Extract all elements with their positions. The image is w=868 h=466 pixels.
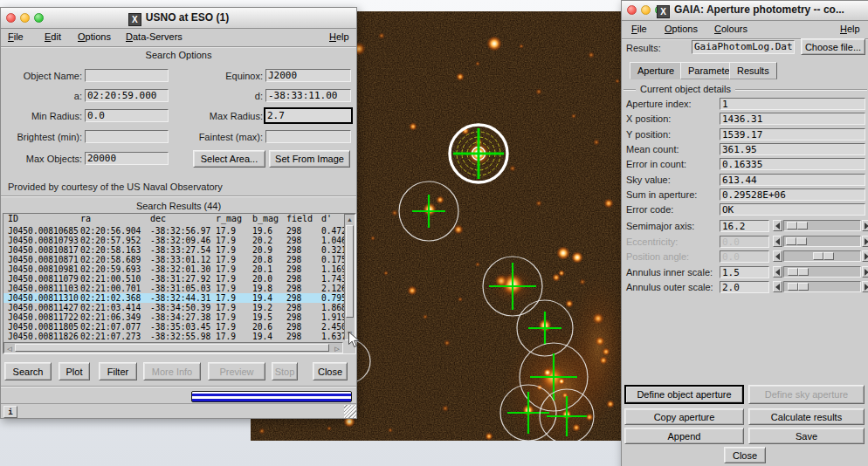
filter-button[interactable]: Filter [99,362,137,380]
aperture-marker[interactable] [500,385,556,441]
detail-value-error-in-count[interactable]: 0.16335 [720,158,865,170]
slider-left-arrow-icon[interactable] [773,281,782,292]
menu-edit[interactable]: Edit [45,31,61,42]
detail-value-y-position[interactable]: 1539.17 [720,128,865,140]
append-button[interactable]: Append [624,428,744,444]
slider-right-arrow-icon[interactable] [862,281,868,292]
horizontal-scrollbar[interactable]: ◁▷ [3,342,343,353]
detail-value-sum-in-aperture[interactable]: 0.29528E+06 [720,188,865,201]
slider-right-arrow-icon[interactable] [862,236,868,247]
column-header-id[interactable]: ID [8,214,18,223]
detail-value-error-code[interactable]: OK [720,203,865,216]
slider-left-arrow-icon[interactable] [773,250,782,262]
tab-results[interactable]: Results [729,62,777,79]
menu-help[interactable]: Help [329,31,349,42]
table-row[interactable]: J0450.0081172202:21:06.349-38:34:27.3817… [3,312,343,322]
field-input-min-radius[interactable]: 0.0 [85,109,169,122]
slider-right-arrow-icon[interactable] [862,220,868,231]
select-area-button[interactable]: Select Area... [193,150,265,168]
table-row[interactable]: J0450.0081110302:21:00.701-38:31:05.0317… [3,284,343,293]
save-button[interactable]: Save [748,428,865,444]
slider-value-annulus-outer-scale[interactable]: 2.0 [720,281,769,293]
plot-button[interactable]: Plot [59,362,90,380]
menu-file[interactable]: File [8,31,24,42]
field-input-faintest-max[interactable] [265,130,351,143]
scroll-left-icon[interactable]: ◁ [6,346,13,353]
slider-thumb[interactable] [788,268,809,276]
scroll-right-icon[interactable]: ▷ [334,346,341,353]
table-row[interactable]: J0450.0081087102:20:58.689-38:33:01.1217… [3,255,343,264]
usno-titlebar[interactable]: XUSNO at ESO (1) [1,8,356,29]
table-row[interactable]: J0450.0081131002:21:02.368-38:32:44.3117… [3,293,343,303]
field-input-max-radius[interactable]: 2.7 [264,107,353,124]
column-header-r-mag[interactable]: r_mag [216,214,242,223]
field-input-max-objects[interactable]: 20000 [85,152,169,165]
slider-left-arrow-icon[interactable] [773,266,782,278]
detail-value-x-position[interactable]: 1436.31 [720,113,865,125]
column-header-b-mag[interactable]: b_mag [252,214,279,223]
table-row[interactable]: J0450.0081068502:20:56.904-38:32:56.9717… [3,226,343,236]
column-header-d[interactable]: d' [321,214,332,223]
detail-value-aperture-index[interactable]: 1 [720,98,865,110]
menu-options[interactable]: Options [665,24,698,34]
slider-thumb[interactable] [788,283,809,291]
slider-value-semimajor-axis[interactable]: 16.2 [720,220,769,232]
slider-track-position-angle[interactable] [783,250,861,262]
close-button[interactable]: Close [313,362,348,380]
info-icon[interactable]: i [3,406,17,418]
menu-help[interactable]: Help [840,24,860,34]
table-row[interactable]: J0450.0081182602:21:07.273-38:32:55.9817… [3,332,343,341]
calculate-results-button[interactable]: Calculate results [748,408,865,425]
slider-thumb[interactable] [813,252,834,260]
horizontal-scroll-thumb[interactable] [15,344,329,352]
slider-right-arrow-icon[interactable] [862,250,868,262]
field-input-object-name[interactable] [85,69,169,82]
field-input-a[interactable]: 02:20:59.000 [85,89,169,102]
copy-aperture-button[interactable]: Copy aperture [624,408,744,425]
scroll-up-icon[interactable]: ▲ [345,216,355,223]
slider-left-arrow-icon[interactable] [773,220,782,231]
close-button[interactable]: Close [724,447,766,463]
slider-value-annulus-inner-scale[interactable]: 1.5 [720,266,769,278]
close-window-button[interactable] [627,5,637,15]
menu-data-servers[interactable]: Data-Servers [126,31,183,42]
slider-left-arrow-icon[interactable] [773,236,782,247]
tab-aperture[interactable]: Aperture [630,62,682,79]
field-input-equinox[interactable]: J2000 [265,69,351,82]
set-from-image-button[interactable]: Set From Image [269,150,350,168]
column-header-field[interactable]: field [286,214,313,223]
table-row[interactable]: J0450.0081079302:20:57.952-38:32:09.4617… [3,236,343,245]
menu-file[interactable]: File [631,24,647,34]
results-file-input[interactable]: GaiaPhotomLog.Dat [692,40,795,54]
slider-thumb[interactable] [786,237,807,245]
vertical-scrollbar[interactable]: ▲▽ [344,214,355,340]
define-object-aperture-button[interactable]: Define object aperture [624,385,744,404]
slider-track-annulus-outer-scale[interactable] [783,281,861,292]
minimize-window-button[interactable] [641,5,651,15]
aperture-marker[interactable] [483,257,542,316]
field-input-brightest-min[interactable] [85,130,169,143]
results-table[interactable]: IDradecr_magb_magfieldd'J0450.0081068502… [3,213,356,354]
resize-grip[interactable] [344,405,356,418]
search-button[interactable]: Search [4,362,52,380]
menu-colours[interactable]: Colours [714,24,747,34]
vertical-scroll-thumb[interactable] [346,225,354,318]
table-row[interactable]: J0450.0081107902:21:00.510-38:31:27.9217… [3,274,343,284]
detail-value-mean-count[interactable]: 361.95 [720,143,865,155]
menu-options[interactable]: Options [78,31,111,42]
table-row[interactable]: J0450.0081142702:21:03.414-38:34:50.3917… [3,303,343,312]
gaia-titlebar[interactable]: XGAIA: Aperture photometry -- co... [622,1,868,21]
table-row[interactable]: J0450.0081180502:21:07.077-38:35:03.4517… [3,322,343,332]
aperture-marker[interactable] [450,125,507,182]
table-row[interactable]: J0450.0081081702:20:58.163-38:33:27.5417… [3,245,343,255]
field-input-d[interactable]: -38:33:11.00 [265,89,351,102]
table-row[interactable]: J0450.0081098102:20:59.693-38:32:01.3017… [3,264,343,274]
slider-thumb[interactable] [787,222,808,230]
slider-right-arrow-icon[interactable] [862,266,868,278]
choose-file-button[interactable]: Choose file... [801,38,865,55]
column-header-dec[interactable]: dec [150,214,166,223]
detail-value-sky-value[interactable]: 613.44 [720,174,865,186]
slider-track-semimajor-axis[interactable] [783,220,861,231]
slider-track-annulus-inner-scale[interactable] [783,266,861,278]
column-header-ra[interactable]: ra [80,214,91,223]
